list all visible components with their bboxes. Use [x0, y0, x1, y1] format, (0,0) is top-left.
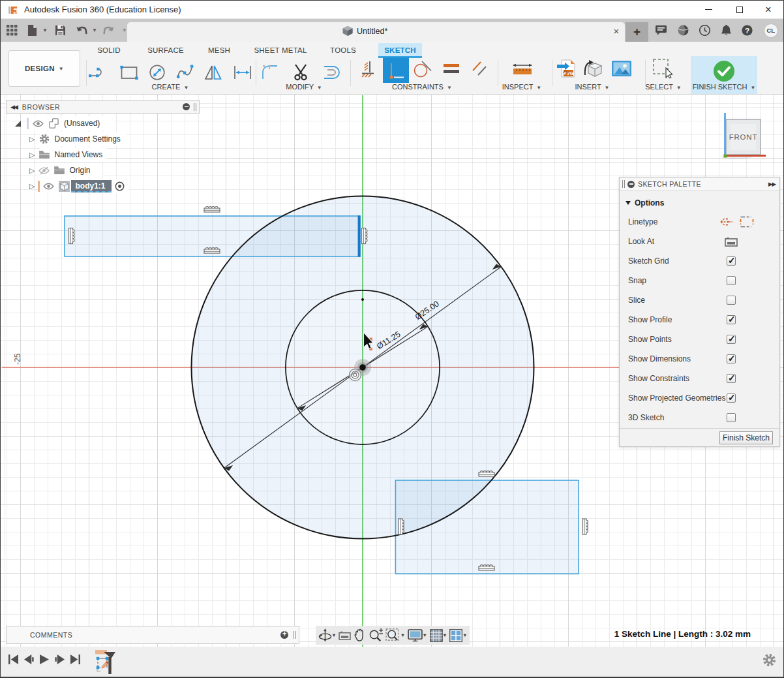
- slice-checkbox[interactable]: [727, 296, 736, 305]
- palette-collapse-icon[interactable]: ▶▶: [768, 181, 776, 187]
- comments-icon[interactable]: [656, 25, 667, 35]
- sketch-feature-icon[interactable]: [97, 657, 108, 671]
- tab-tools[interactable]: TOOLS: [323, 43, 363, 58]
- insert-group-label[interactable]: INSERT ▼: [575, 83, 610, 91]
- expander-open-icon[interactable]: [15, 121, 21, 127]
- pan-icon[interactable]: [354, 628, 366, 642]
- linetype-centerline-icon[interactable]: [719, 216, 734, 228]
- center-point-marker[interactable]: [350, 369, 361, 381]
- notifications-icon[interactable]: [721, 25, 731, 36]
- help-icon[interactable]: [742, 25, 753, 36]
- modify-group-label[interactable]: MODIFY ▼: [286, 83, 322, 91]
- tab-mesh[interactable]: MESH: [200, 43, 238, 58]
- tab-close-button[interactable]: ×: [610, 25, 623, 38]
- save-button[interactable]: [48, 22, 74, 39]
- comments-grip-handle[interactable]: [294, 631, 296, 639]
- insert-svg-icon[interactable]: [556, 59, 576, 78]
- job-status-icon[interactable]: [678, 25, 689, 36]
- play-button[interactable]: [40, 655, 49, 664]
- constraint-badge-icon[interactable]: [479, 471, 494, 476]
- modify-trim-icon[interactable]: [293, 64, 309, 81]
- visibility-eye-icon[interactable]: [33, 120, 44, 127]
- skip-to-start-button[interactable]: [8, 655, 18, 664]
- fit-caret-icon[interactable]: ▼: [400, 632, 405, 638]
- modify-offset-icon[interactable]: [323, 65, 341, 80]
- constraint-badge-icon[interactable]: [582, 519, 588, 534]
- inspect-measure-icon[interactable]: [512, 61, 533, 76]
- visibility-eye-icon[interactable]: [43, 183, 54, 190]
- user-avatar[interactable]: CL: [764, 23, 778, 38]
- constraint-badge-icon[interactable]: [69, 228, 74, 244]
- history-icon[interactable]: [699, 25, 710, 36]
- palette-options-section[interactable]: Options: [626, 198, 779, 208]
- browser-minimize-icon[interactable]: [183, 103, 190, 110]
- comments-bar[interactable]: COMMENTS: [6, 626, 299, 644]
- close-button[interactable]: ×: [757, 1, 779, 18]
- create-rectangle-icon[interactable]: [120, 65, 138, 80]
- browser-item-origin[interactable]: ▷ Origin: [29, 162, 90, 178]
- create-circle-icon[interactable]: [149, 65, 165, 80]
- show-profile-checkbox[interactable]: [727, 315, 736, 324]
- expander-closed-icon[interactable]: ▷: [29, 151, 35, 159]
- activate-target-icon[interactable]: [115, 181, 125, 191]
- create-line-icon[interactable]: [89, 65, 108, 80]
- expander-closed-icon[interactable]: ▷: [29, 166, 35, 175]
- display-settings-icon[interactable]: [408, 629, 423, 641]
- maximize-button[interactable]: [729, 1, 751, 18]
- tab-solid[interactable]: SOLID: [89, 43, 128, 58]
- fit-icon[interactable]: [385, 628, 400, 642]
- look-at-nav-icon[interactable]: [339, 630, 351, 640]
- constraint-badge-icon[interactable]: [399, 519, 404, 534]
- orbit-caret-icon[interactable]: ▼: [331, 632, 336, 638]
- constraint-coincident-icon[interactable]: [361, 61, 376, 78]
- create-spline-icon[interactable]: [177, 65, 194, 80]
- palette-header[interactable]: SKETCH PALETTE ▶▶: [620, 177, 779, 191]
- sketch-point[interactable]: [361, 298, 364, 301]
- browser-item-body[interactable]: ▷ body1:1: [29, 178, 125, 194]
- modify-fillet-icon[interactable]: [262, 65, 279, 80]
- viewports-icon[interactable]: [449, 629, 462, 642]
- browser-item-label-selected[interactable]: body1:1: [71, 180, 112, 193]
- show-constraints-checkbox[interactable]: [727, 374, 736, 383]
- select-group-label[interactable]: SELECT ▼: [645, 83, 682, 91]
- finish-sketch-button[interactable]: FINISH SKETCH ▼: [691, 56, 757, 94]
- constraint-parallel-icon[interactable]: [472, 61, 487, 76]
- browser-item-named-views[interactable]: ▷ Named Views: [29, 147, 102, 162]
- undo-caret-icon[interactable]: ▼: [92, 27, 97, 33]
- constraint-equal-icon[interactable]: [444, 63, 459, 74]
- add-comment-icon[interactable]: [280, 631, 288, 639]
- inspect-group-label[interactable]: INSPECT ▼: [502, 83, 541, 91]
- display-caret-icon[interactable]: ▼: [423, 632, 427, 638]
- orbit-icon[interactable]: [318, 628, 332, 642]
- finish-sketch-palette-button[interactable]: Finish Sketch: [719, 431, 773, 444]
- constraint-tangent-icon[interactable]: [414, 61, 432, 78]
- redo-caret-icon[interactable]: ▼: [122, 27, 127, 33]
- zoom-icon[interactable]: [369, 628, 384, 642]
- browser-item-label[interactable]: (Unsaved): [64, 119, 100, 128]
- insert-canvas-icon[interactable]: [612, 61, 631, 76]
- timeline-settings-gear-icon[interactable]: [762, 653, 776, 667]
- step-back-button[interactable]: [24, 655, 34, 664]
- constraint-badge-icon[interactable]: [362, 228, 367, 244]
- constraint-badge-icon[interactable]: [204, 248, 220, 253]
- app-menu-button[interactable]: [1, 22, 23, 39]
- step-forward-button[interactable]: [55, 655, 65, 664]
- tab-surface[interactable]: SURFACE: [142, 43, 190, 58]
- constraint-badge-icon[interactable]: [204, 207, 220, 212]
- constraints-group-label[interactable]: CONSTRAINTS ▼: [392, 83, 452, 91]
- snap-checkbox[interactable]: [727, 276, 736, 285]
- create-group-label[interactable]: CREATE ▼: [152, 83, 189, 91]
- browser-header[interactable]: ◀◀ BROWSER: [6, 100, 200, 114]
- new-tab-button[interactable]: +: [626, 22, 648, 42]
- palette-minimize-icon[interactable]: [627, 181, 635, 188]
- look-at-icon[interactable]: [725, 236, 738, 247]
- sketch-grid-checkbox[interactable]: [727, 256, 736, 266]
- show-dimensions-checkbox[interactable]: [727, 354, 736, 363]
- minimize-button[interactable]: [697, 1, 719, 18]
- linetype-construction-icon[interactable]: [740, 216, 754, 228]
- file-menu-caret-icon[interactable]: ▼: [42, 27, 48, 33]
- constraint-horizontal-vertical-button-active[interactable]: [383, 57, 409, 83]
- browser-item-root[interactable]: (Unsaved): [15, 116, 100, 131]
- browser-item-label[interactable]: Named Views: [54, 150, 102, 159]
- create-dimension-icon[interactable]: [234, 65, 252, 80]
